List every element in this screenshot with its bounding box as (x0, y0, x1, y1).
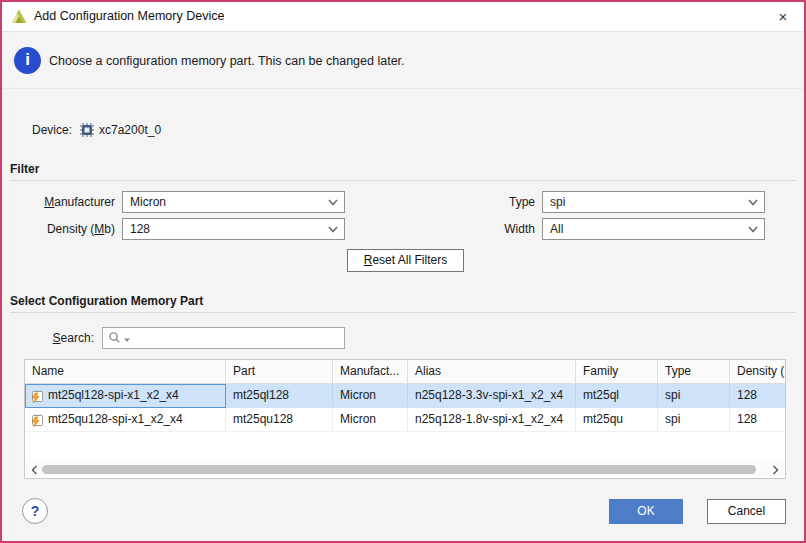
search-box (102, 327, 345, 349)
close-icon[interactable]: × (772, 7, 794, 27)
table-cell: 128 (730, 408, 786, 432)
help-button[interactable]: ? (22, 498, 48, 524)
table-cell: mt25ql128 (226, 384, 333, 408)
device-row: Device: xc7a200t_0 (32, 122, 161, 138)
horizontal-scrollbar[interactable] (26, 462, 784, 477)
table-cell: Micron (333, 384, 408, 408)
column-header[interactable]: Type (658, 360, 730, 384)
add-config-memory-dialog: Add Configuration Memory Device × i Choo… (0, 0, 806, 543)
width-label: Width (422, 218, 535, 240)
memory-part-icon (29, 389, 44, 403)
table-cell: spi (658, 408, 730, 432)
density-label: Density (Mb) (10, 218, 115, 240)
table-cell: n25q128-3.3v-spi-x1_x2_x4 (408, 384, 576, 408)
cancel-button[interactable]: Cancel (707, 499, 786, 524)
type-label: Type (422, 191, 535, 213)
banner-message: Choose a configuration memory part. This… (49, 33, 405, 89)
column-header[interactable]: Density (. (730, 360, 786, 384)
chevron-down-icon (328, 226, 338, 233)
column-header[interactable]: Part (226, 360, 333, 384)
table-row[interactable]: mt25qu128-spi-x1_x2_x4mt25qu128Micronn25… (25, 408, 785, 432)
manufacturer-select[interactable]: Micron (122, 191, 345, 213)
filter-heading: Filter (10, 162, 796, 181)
device-value: xc7a200t_0 (99, 123, 161, 137)
chevron-down-icon (328, 199, 338, 206)
search-input[interactable] (133, 329, 344, 347)
table-header: NamePartManufact...AliasFamilyTypeDensit… (25, 360, 785, 384)
part-name-cell: mt25ql128-spi-x1_x2_x4 (25, 384, 226, 408)
column-header[interactable]: Name (25, 360, 226, 384)
type-select[interactable]: spi (542, 191, 765, 213)
fpga-chip-icon (80, 123, 94, 137)
table-cell: n25q128-1.8v-spi-x1_x2_x4 (408, 408, 576, 432)
search-icon (108, 331, 122, 345)
info-icon: i (14, 47, 41, 74)
scrollbar-thumb[interactable] (42, 465, 756, 474)
table-cell: mt25ql (576, 384, 658, 408)
table-cell: mt25qu128 (226, 408, 333, 432)
column-header[interactable]: Alias (408, 360, 576, 384)
column-header[interactable]: Family (576, 360, 658, 384)
info-banner: i Choose a configuration memory part. Th… (2, 33, 804, 89)
table-cell: Micron (333, 408, 408, 432)
part-name-cell: mt25qu128-spi-x1_x2_x4 (25, 408, 226, 432)
vivado-logo-icon (10, 8, 28, 26)
width-select[interactable]: All (542, 218, 765, 240)
scroll-left-icon[interactable] (29, 464, 41, 476)
memory-part-icon (29, 413, 44, 427)
title-bar: Add Configuration Memory Device × (2, 2, 804, 32)
chevron-down-icon (748, 226, 758, 233)
select-part-heading: Select Configuration Memory Part (10, 294, 796, 313)
table-cell: 128 (730, 384, 786, 408)
memory-part-table: NamePartManufact...AliasFamilyTypeDensit… (24, 359, 786, 479)
manufacturer-label: Manufacturer (10, 191, 115, 213)
table-cell: spi (658, 384, 730, 408)
search-label: Search: (10, 327, 94, 349)
chevron-down-icon (748, 199, 758, 206)
table-row[interactable]: mt25ql128-spi-x1_x2_x4mt25ql128Micronn25… (25, 384, 785, 408)
table-body: mt25ql128-spi-x1_x2_x4mt25ql128Micronn25… (25, 384, 785, 432)
ok-button[interactable]: OK (609, 499, 683, 524)
manufacturer-value: Micron (130, 195, 166, 209)
column-header[interactable]: Manufact... (333, 360, 408, 384)
search-options-caret-icon[interactable] (123, 337, 131, 343)
device-label: Device: (32, 123, 72, 137)
density-value: 128 (130, 222, 150, 236)
reset-all-filters-button[interactable]: Reset All Filters (347, 249, 464, 272)
width-value: All (550, 222, 563, 236)
type-value: spi (550, 195, 565, 209)
table-cell: mt25qu (576, 408, 658, 432)
scroll-right-icon[interactable] (769, 464, 781, 476)
density-select[interactable]: 128 (122, 218, 345, 240)
dialog-title: Add Configuration Memory Device (34, 2, 224, 31)
